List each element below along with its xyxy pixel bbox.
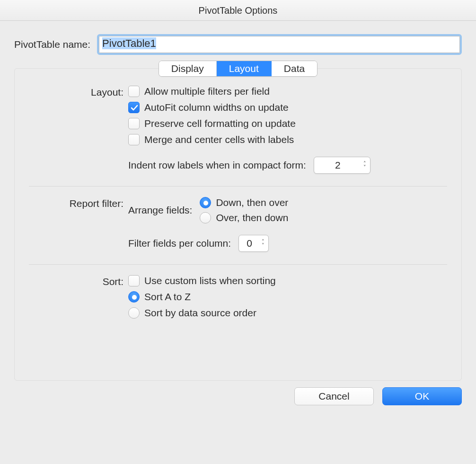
filter-fields-label: Filter fields per column: [128, 238, 231, 249]
pivottable-name-input[interactable]: PivotTable1 [99, 36, 460, 53]
filter-fields-row: Filter fields per column: 0 ˄ ˅ [128, 235, 447, 252]
merge-center-label: Merge and center cells with labels [144, 134, 294, 145]
dialog-footer: Cancel OK [0, 385, 476, 419]
indent-stepper-arrows: ˄ ˅ [361, 161, 366, 169]
report-filter-heading: Report filter: [29, 197, 123, 252]
use-custom-lists-row: Use custom lists when sorting [128, 275, 447, 286]
allow-multiple-filters-row: Allow multiple filters per field [128, 86, 447, 97]
layout-panel: Layout: Allow multiple filters per field… [14, 68, 462, 381]
indent-value: 2 [314, 160, 361, 171]
preserve-formatting-row: Preserve cell formatting on update [128, 118, 447, 129]
window-title-text: PivotTable Options [199, 5, 278, 16]
divider-2 [29, 264, 447, 265]
pivottable-name-label: PivotTable name: [14, 39, 90, 50]
merge-center-checkbox[interactable] [128, 134, 140, 145]
divider-1 [29, 186, 447, 187]
sort-heading: Sort: [29, 275, 123, 319]
pivottable-name-value: PivotTable1 [102, 37, 156, 49]
report-filter-options: Arrange fields: Down, then over Over, th… [128, 197, 447, 252]
allow-multiple-filters-label: Allow multiple filters per field [144, 86, 270, 97]
allow-multiple-filters-checkbox[interactable] [128, 86, 140, 97]
layout-heading: Layout: [29, 86, 123, 174]
arrange-down-then-over-label: Down, then over [216, 197, 288, 208]
autofit-columns-checkbox[interactable] [128, 102, 140, 113]
window-title: PivotTable Options [0, 0, 476, 21]
sort-source-radio[interactable] [128, 307, 140, 319]
chevron-down-icon[interactable]: ˅ [262, 243, 264, 247]
ok-button[interactable]: OK [382, 387, 462, 405]
pivottable-name-focus-ring: PivotTable1 [97, 34, 462, 55]
sort-az-row: Sort A to Z [128, 291, 447, 303]
sort-az-label: Sort A to Z [144, 291, 191, 303]
cancel-button[interactable]: Cancel [294, 387, 374, 405]
segmented-control: Display Layout Data [159, 61, 317, 77]
layout-grid: Layout: Allow multiple filters per field… [29, 86, 447, 319]
sort-az-radio[interactable] [128, 291, 140, 303]
filter-fields-value: 0 [239, 238, 260, 249]
arrange-down-then-over-radio[interactable] [200, 197, 211, 208]
arrange-over-then-down-radio[interactable] [200, 212, 211, 223]
autofit-columns-row: AutoFit column widths on update [128, 102, 447, 113]
arrange-down-then-over-row: Down, then over [200, 197, 288, 208]
autofit-columns-label: AutoFit column widths on update [144, 102, 289, 113]
dialog-content: PivotTable name: PivotTable1 Display Lay… [0, 21, 476, 385]
use-custom-lists-label: Use custom lists when sorting [144, 275, 276, 286]
tab-layout[interactable]: Layout [217, 61, 272, 76]
indent-stepper[interactable]: 2 ˄ ˅ [314, 157, 370, 174]
chevron-down-icon[interactable]: ˅ [363, 165, 366, 169]
preserve-formatting-checkbox[interactable] [128, 118, 140, 129]
arrange-over-then-down-label: Over, then down [216, 212, 288, 223]
pivottable-name-row: PivotTable name: PivotTable1 [14, 34, 462, 55]
sort-source-label: Sort by data source order [144, 307, 256, 319]
check-icon [130, 103, 139, 113]
arrange-fields-radiogroup: Down, then over Over, then down [200, 197, 288, 223]
indent-label: Indent row labels when in compact form: [128, 160, 306, 171]
use-custom-lists-checkbox[interactable] [128, 275, 140, 286]
preserve-formatting-label: Preserve cell formatting on update [144, 118, 296, 129]
filter-fields-stepper-arrows: ˄ ˅ [260, 240, 264, 247]
sort-source-row: Sort by data source order [128, 307, 447, 319]
arrange-over-then-down-row: Over, then down [200, 212, 288, 223]
arrange-fields-label: Arrange fields: [128, 205, 192, 216]
merge-center-row: Merge and center cells with labels [128, 134, 447, 145]
tab-data[interactable]: Data [272, 61, 317, 76]
tab-display[interactable]: Display [159, 61, 217, 76]
filter-fields-stepper[interactable]: 0 ˄ ˅ [238, 235, 269, 252]
indent-row: Indent row labels when in compact form: … [128, 157, 447, 174]
sort-options: Use custom lists when sorting Sort A to … [128, 275, 447, 319]
layout-options: Allow multiple filters per field AutoFit… [128, 86, 447, 174]
arrange-fields-row: Arrange fields: Down, then over Over, th… [128, 197, 447, 223]
